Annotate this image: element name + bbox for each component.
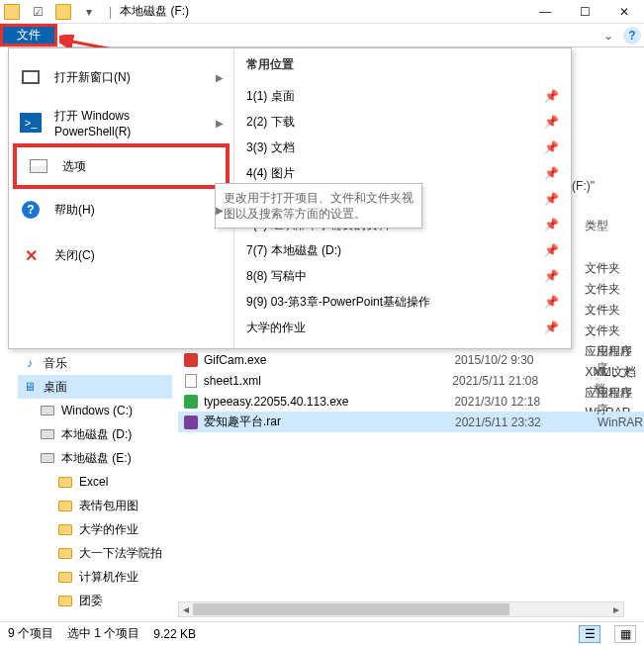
maximize-button[interactable]: ☐ <box>565 0 604 24</box>
file-type: 应用程序 <box>597 385 644 418</box>
menu-item-options[interactable]: 选项 更改用于打开项目、文件和文件夹视图以及搜索等方面的设置。 <box>13 143 230 189</box>
close-button[interactable]: ✕ <box>604 0 644 24</box>
options-tooltip: 更改用于打开项目、文件和文件夹视图以及搜索等方面的设置。 <box>215 183 422 229</box>
frequent-item[interactable]: 3(3) 文档📌 <box>246 135 559 160</box>
frequent-header: 常用位置 <box>246 56 559 73</box>
tree-item[interactable]: 🖥桌面 <box>18 375 172 399</box>
file-row[interactable]: typeeasy.22055.40.113.exe2021/3/10 12:18… <box>178 391 644 412</box>
tree-item[interactable]: 大学的作业 <box>18 517 172 541</box>
submenu-arrow-icon: ▶ <box>216 118 224 129</box>
folder-icon <box>57 545 73 561</box>
frequent-item[interactable]: 9(9) 03-第3章-PowerPoint基础操作📌 <box>246 289 559 315</box>
close-menu-icon: ✕ <box>19 243 43 267</box>
tree-label: Excel <box>79 475 108 489</box>
title-divider: | <box>109 5 112 19</box>
ribbon: 文件 ⌄ ? <box>0 24 644 47</box>
file-date: 2021/5/11 21:08 <box>452 374 594 388</box>
tree-item[interactable]: Windows (C:) <box>18 399 172 422</box>
file-menu-button[interactable]: 文件 <box>0 24 57 46</box>
file-name: GifCam.exe <box>204 353 454 367</box>
pin-icon[interactable]: 📌 <box>544 321 559 334</box>
pin-icon[interactable]: 📌 <box>544 269 559 283</box>
file-date: 2021/3/10 12:18 <box>454 395 597 409</box>
pin-icon[interactable]: 📌 <box>544 243 559 257</box>
tree-item[interactable]: 计算机作业 <box>18 565 172 589</box>
minimize-button[interactable]: — <box>525 0 565 24</box>
tree-item[interactable]: 本地磁盘 (E:) <box>18 446 172 470</box>
folder-icon <box>57 593 73 608</box>
checkbox-icon[interactable]: ☑ <box>30 4 46 20</box>
file-row[interactable]: 爱知趣平台.rar2021/5/11 23:32WinRAR <box>178 412 644 432</box>
folder-icon <box>57 569 73 585</box>
file-icon <box>182 372 200 390</box>
tree-item[interactable]: 本地磁盘 (D:) <box>18 422 172 446</box>
type-cell: 文件夹 <box>585 281 636 302</box>
file-row[interactable]: sheet1.xml2021/5/11 21:08XML 文档 <box>178 370 644 391</box>
tree-item[interactable]: 表情包用图 <box>18 494 172 517</box>
tree-label: 大一下法学院拍 <box>79 545 162 562</box>
frequent-item[interactable]: 8(8) 写稿中📌 <box>246 263 559 289</box>
status-selection: 选中 1 个项目 <box>67 625 139 642</box>
frequent-label: 8(8) 写稿中 <box>246 268 544 285</box>
file-icon <box>182 351 200 369</box>
horizontal-scrollbar[interactable]: ◂ ▸ <box>178 601 624 617</box>
file-row[interactable]: GifCam.exe2015/10/2 9:30应用程序 <box>178 349 644 370</box>
file-name: typeeasy.22055.40.113.exe <box>204 395 454 409</box>
frequent-item[interactable]: 大学的作业📌 <box>246 315 559 340</box>
pin-icon[interactable]: 📌 <box>544 140 559 154</box>
ribbon-collapse-icon[interactable]: ⌄ <box>597 24 620 46</box>
tree-item[interactable]: Excel <box>18 470 172 494</box>
pin-icon[interactable]: 📌 <box>544 295 559 309</box>
type-cell: 文件夹 <box>585 322 636 343</box>
tree-item[interactable]: ♪音乐 <box>18 351 172 375</box>
view-icons-button[interactable]: ▦ <box>614 625 636 643</box>
view-details-button[interactable]: ☰ <box>579 625 600 643</box>
menu-item-close[interactable]: ✕ 关闭(C) <box>9 232 233 278</box>
frequent-item[interactable]: 1(1) 桌面📌 <box>246 83 559 109</box>
folder-icon <box>4 4 20 20</box>
file-menu-label: 文件 <box>17 27 41 44</box>
scroll-right-icon[interactable]: ▸ <box>609 602 623 616</box>
statusbar: 9 个项目 选中 1 个项目 9.22 KB ☰ ▦ <box>0 621 644 645</box>
column-header-type[interactable]: 类型 <box>585 218 636 238</box>
menu-label: 打开 Windows PowerShell(R) <box>54 108 204 138</box>
powershell-icon: >_ <box>19 111 43 135</box>
qat-dropdown-icon[interactable]: ▾ <box>81 4 97 20</box>
frequent-label: 大学的作业 <box>246 320 544 336</box>
pin-icon[interactable]: 📌 <box>544 89 559 103</box>
menu-label: 打开新窗口(N) <box>54 69 204 86</box>
pin-icon[interactable]: 📌 <box>544 192 559 206</box>
tree-label: 大学的作业 <box>79 521 138 538</box>
menu-item-help[interactable]: ? 帮助(H) ▶ <box>9 187 233 232</box>
music-icon: ♪ <box>22 355 38 371</box>
type-cell: 文件夹 <box>585 302 636 322</box>
pin-icon[interactable]: 📌 <box>544 115 559 129</box>
help-icon[interactable]: ? <box>623 27 641 45</box>
frequent-label: 7(7) 本地磁盘 (D:) <box>246 242 544 259</box>
window-title: 本地磁盘 (F:) <box>120 3 189 20</box>
menu-label: 帮助(H) <box>54 202 204 219</box>
options-icon <box>27 154 50 178</box>
tree-label: 表情包用图 <box>79 498 138 514</box>
nav-tree: ♪音乐🖥桌面Windows (C:)本地磁盘 (D:)本地磁盘 (E:)Exce… <box>18 351 172 612</box>
menu-label: 选项 <box>62 158 216 175</box>
file-list: GifCam.exe2015/10/2 9:30应用程序sheet1.xml20… <box>178 349 644 432</box>
type-cell: 文件夹 <box>585 260 636 281</box>
menu-label: 关闭(C) <box>54 247 224 264</box>
disk-icon <box>40 450 55 466</box>
folder-icon <box>57 474 73 490</box>
tree-item[interactable]: 团委 <box>18 589 172 612</box>
frequent-item[interactable]: 7(7) 本地磁盘 (D:)📌 <box>246 237 559 263</box>
menu-item-new-window[interactable]: 打开新窗口(N) ▶ <box>9 54 233 100</box>
pin-icon[interactable]: 📌 <box>544 166 559 180</box>
scroll-left-icon[interactable]: ◂ <box>179 602 193 616</box>
submenu-arrow-icon: ▶ <box>216 205 224 216</box>
tree-item[interactable]: 大一下法学院拍 <box>18 541 172 565</box>
menu-item-powershell[interactable]: >_ 打开 Windows PowerShell(R) ▶ <box>9 100 233 145</box>
frequent-label: 4(4) 图片 <box>246 165 544 182</box>
status-item-count: 9 个项目 <box>8 625 53 642</box>
pin-icon[interactable]: 📌 <box>544 218 559 231</box>
scrollbar-thumb[interactable] <box>193 603 509 615</box>
file-name: sheet1.xml <box>204 374 453 388</box>
frequent-item[interactable]: 2(2) 下载📌 <box>246 109 559 135</box>
